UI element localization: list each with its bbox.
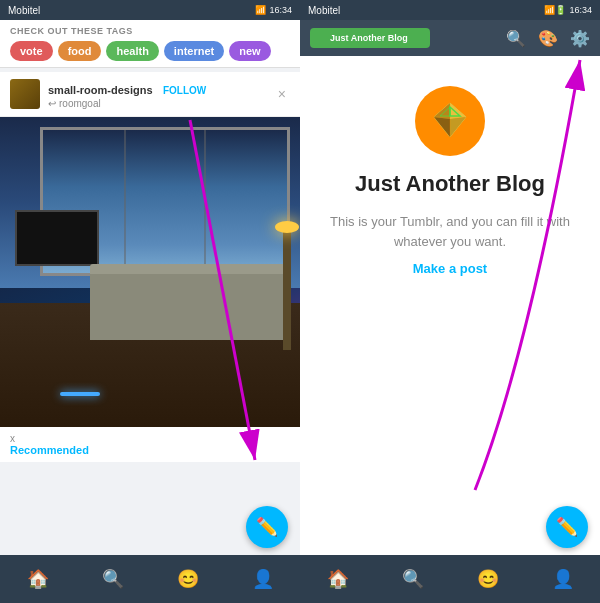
header-icons: 🔍 🎨 ⚙️ (506, 29, 590, 48)
fab-button[interactable]: ✏️ (246, 506, 288, 548)
close-button[interactable]: × (274, 84, 290, 104)
nav-home[interactable]: 🏠 (19, 560, 57, 598)
right-nav-emoji[interactable]: 😊 (469, 560, 507, 598)
settings-icon[interactable]: ⚙️ (570, 29, 590, 48)
tags-row: vote food health internet new (10, 41, 290, 61)
make-post-button[interactable]: Make a post (413, 261, 487, 276)
right-phone: Mobitel 📶🔋 16:34 Just Another Blog 🔍 🎨 ⚙… (300, 0, 600, 603)
right-fab-button[interactable]: ✏️ (546, 506, 588, 548)
nav-search[interactable]: 🔍 (94, 560, 132, 598)
tag-vote[interactable]: vote (10, 41, 53, 61)
blog-tab-label: Just Another Blog (330, 33, 410, 43)
palette-icon[interactable]: 🎨 (538, 29, 558, 48)
right-nav-profile[interactable]: 👤 (544, 560, 582, 598)
nav-profile[interactable]: 👤 (244, 560, 282, 598)
right-carrier: Mobitel (308, 5, 340, 16)
blog-tab[interactable]: Just Another Blog (310, 28, 430, 48)
tag-internet[interactable]: internet (164, 41, 224, 61)
blog-toolbar: Just Another Blog 🔍 🎨 ⚙️ (300, 20, 600, 56)
blog-hero: Just Another Blog This is your Tumblr, a… (300, 56, 600, 296)
feed-footer-x: x (10, 433, 89, 444)
blog-title: Just Another Blog (355, 171, 545, 197)
right-nav-home[interactable]: 🏠 (319, 560, 357, 598)
blue-light (60, 392, 100, 396)
tag-food[interactable]: food (58, 41, 102, 61)
right-status-bar: Mobitel 📶🔋 16:34 (300, 0, 600, 20)
tag-new[interactable]: new (229, 41, 270, 61)
left-phone: Mobitel 📶 16:34 CHECK OUT THESE TAGS vot… (0, 0, 300, 603)
lamp (283, 226, 291, 350)
svg-marker-3 (434, 103, 450, 119)
feed-avatar-image (10, 79, 40, 109)
tags-section: CHECK OUT THESE TAGS vote food health in… (0, 20, 300, 68)
feed-card: small-room-designs FOLLOW ↩ roomgoal × (0, 72, 300, 462)
feed-username[interactable]: small-room-designs (48, 84, 153, 96)
left-time: 16:34 (269, 5, 292, 15)
right-time: 16:34 (569, 5, 592, 15)
left-status-icons: 📶 16:34 (255, 5, 292, 15)
feed-card-header: small-room-designs FOLLOW ↩ roomgoal × (0, 72, 300, 117)
blog-logo (415, 86, 485, 156)
room-scene (0, 117, 300, 427)
feed-subtext-label: roomgoal (59, 98, 101, 109)
tv (15, 210, 99, 266)
left-carrier: Mobitel (8, 5, 40, 16)
follow-button[interactable]: FOLLOW (163, 85, 206, 96)
feed-footer: x Recommended (0, 427, 300, 462)
nav-emoji[interactable]: 😊 (169, 560, 207, 598)
fab-icon: ✏️ (256, 516, 278, 538)
blog-description: This is your Tumblr, and you can fill it… (320, 212, 580, 251)
sofa (90, 272, 285, 340)
tag-health[interactable]: health (106, 41, 158, 61)
feed-recommended: Recommended (10, 444, 89, 456)
feed-avatar (10, 79, 40, 109)
feed-image (0, 117, 300, 427)
left-status-bar: Mobitel 📶 16:34 (0, 0, 300, 20)
feed-user-info: small-room-designs FOLLOW ↩ roomgoal (48, 80, 266, 109)
tags-label: CHECK OUT THESE TAGS (10, 26, 290, 36)
right-status-icons: 📶🔋 16:34 (544, 5, 592, 15)
right-nav-search[interactable]: 🔍 (394, 560, 432, 598)
right-bottom-nav: 🏠 🔍 😊 👤 (300, 555, 600, 603)
right-fab-icon: ✏️ (556, 516, 578, 538)
search-icon[interactable]: 🔍 (506, 29, 526, 48)
feed-subtext: ↩ roomgoal (48, 98, 266, 109)
blog-logo-svg (428, 99, 473, 144)
left-bottom-nav: 🏠 🔍 😊 👤 (0, 555, 300, 603)
